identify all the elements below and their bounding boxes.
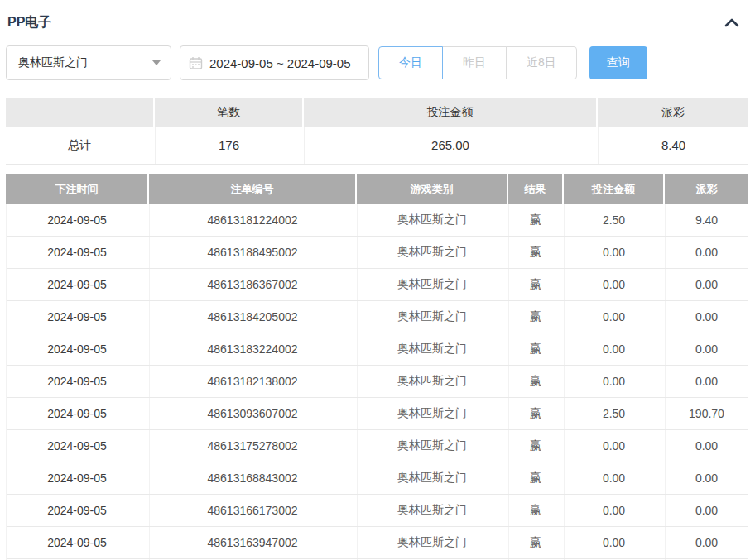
summary-table: 笔数投注金额派彩 总计176265.008.40 [6, 98, 748, 165]
table-header-cell: 派彩 [665, 174, 748, 204]
table-cell: 0.00 [564, 462, 663, 494]
summary-header-row: 笔数投注金额派彩 [6, 98, 748, 127]
table-cell: 0.00 [564, 495, 663, 526]
panel-title: PP电子 [7, 14, 51, 31]
game-select[interactable]: 奥林匹斯之门 [6, 45, 171, 80]
table-header-cell: 下注时间 [6, 174, 147, 204]
table-row: 2024-09-0548613188495002奥林匹斯之门赢0.000.00 [7, 237, 748, 269]
table-cell: 2024-09-05 [7, 269, 147, 300]
summary-cell: 265.00 [304, 127, 596, 164]
table-cell: 9.40 [665, 204, 748, 236]
table-row: 2024-09-0548613175278002奥林匹斯之门赢0.000.00 [7, 430, 748, 462]
table-cell: 赢 [508, 204, 562, 236]
summary-header-cell: 笔数 [155, 98, 302, 127]
table-cell: 赢 [508, 333, 562, 365]
table-row: 2024-09-0548613093607002奥林匹斯之门赢2.50190.7… [7, 398, 748, 430]
table-cell: 0.00 [564, 237, 663, 268]
table-cell: 48613182138002 [149, 366, 355, 397]
summary-cell: 176 [155, 127, 302, 164]
table-header-row: 下注时间注单编号游戏类别结果投注金额派彩 [6, 174, 748, 204]
table-cell: 48613093607002 [149, 398, 355, 429]
table-cell: 2024-09-05 [7, 301, 147, 333]
table-cell: 2024-09-05 [7, 333, 147, 365]
table-cell: 奥林匹斯之门 [357, 527, 507, 558]
table-cell: 2024-09-05 [7, 430, 147, 462]
table-header-cell: 结果 [508, 174, 562, 204]
table-cell: 2024-09-05 [7, 366, 147, 397]
date-range-input[interactable]: 2024-09-05 ~ 2024-09-05 [180, 45, 369, 80]
table-cell: 0.00 [665, 269, 748, 300]
table-cell: 奥林匹斯之门 [357, 301, 507, 333]
table-cell: 190.70 [665, 398, 748, 429]
table-cell: 48613184205002 [149, 301, 355, 333]
table-cell: 赢 [508, 301, 562, 333]
table-cell: 0.00 [564, 269, 663, 300]
table-cell: 0.00 [665, 301, 748, 333]
last-8-days-button[interactable]: 近8日 [506, 46, 577, 79]
table-cell: 0.00 [665, 366, 748, 397]
table-cell: 2.50 [564, 398, 663, 429]
table-cell: 48613188495002 [149, 237, 355, 268]
panel-header: PP电子 [6, 0, 749, 31]
table-header-cell: 注单编号 [149, 174, 355, 204]
table-cell: 2024-09-05 [7, 495, 147, 526]
date-range-value: 2024-09-05 ~ 2024-09-05 [209, 56, 351, 70]
filter-row: 奥林匹斯之门 2024-09-05 ~ 2024-09-05 今日 [6, 45, 749, 80]
table-cell: 赢 [508, 430, 562, 462]
table-header-cell: 游戏类别 [357, 174, 507, 204]
table-row: 2024-09-0548613163947002奥林匹斯之门赢0.000.00 [7, 527, 748, 559]
table-row: 2024-09-0548613183224002奥林匹斯之门赢0.000.00 [7, 333, 748, 366]
caret-down-icon [152, 60, 161, 65]
table-row: 2024-09-0548613168843002奥林匹斯之门赢0.000.00 [7, 462, 748, 495]
table-cell: 奥林匹斯之门 [357, 204, 507, 236]
table-cell: 2024-09-05 [7, 398, 147, 429]
table-cell: 奥林匹斯之门 [357, 366, 507, 397]
table-header-cell: 投注金额 [564, 174, 663, 204]
table-cell: 赢 [508, 462, 562, 494]
table-row: 2024-09-0548613182138002奥林匹斯之门赢0.000.00 [7, 366, 748, 398]
game-select-value: 奥林匹斯之门 [18, 55, 88, 70]
table-cell: 48613168843002 [149, 462, 355, 494]
table-cell: 48613186367002 [149, 269, 355, 300]
chevron-up-icon [724, 17, 739, 27]
bet-records-table: 下注时间注单编号游戏类别结果投注金额派彩 2024-09-05486131812… [6, 174, 748, 560]
collapse-panel-button[interactable] [723, 13, 741, 31]
table-cell: 2024-09-05 [7, 237, 147, 268]
table-cell: 奥林匹斯之门 [357, 269, 507, 300]
summary-header-cell: 派彩 [598, 98, 748, 127]
table-cell: 2024-09-05 [7, 204, 147, 236]
table-cell: 0.00 [665, 237, 748, 268]
summary-header-cell [6, 98, 153, 127]
summary-cell: 总计 [6, 127, 153, 164]
table-cell: 奥林匹斯之门 [357, 430, 507, 462]
table-cell: 奥林匹斯之门 [357, 333, 507, 365]
today-button[interactable]: 今日 [378, 46, 443, 79]
table-cell: 0.00 [665, 462, 748, 494]
table-row: 2024-09-0548613166173002奥林匹斯之门赢0.000.00 [7, 495, 748, 527]
pp-electronic-panel: PP电子 奥林匹斯之门 [0, 0, 755, 560]
summary-cell: 8.40 [598, 127, 748, 164]
table-cell: 0.00 [665, 527, 748, 558]
table-body: 2024-09-0548613181224002奥林匹斯之门赢2.509.402… [6, 204, 748, 560]
table-cell: 奥林匹斯之门 [357, 398, 507, 429]
table-cell: 48613175278002 [149, 430, 355, 462]
table-row: 2024-09-0548613181224002奥林匹斯之门赢2.509.40 [7, 204, 748, 237]
table-cell: 48613163947002 [149, 527, 355, 558]
table-cell: 奥林匹斯之门 [357, 237, 507, 268]
table-cell: 赢 [508, 237, 562, 268]
table-cell: 48613181224002 [149, 204, 355, 236]
table-cell: 0.00 [665, 430, 748, 462]
table-cell: 2024-09-05 [7, 527, 147, 558]
table-cell: 0.00 [665, 495, 748, 526]
search-button[interactable]: 查询 [589, 46, 647, 79]
table-cell: 0.00 [564, 301, 663, 333]
table-cell: 2024-09-05 [7, 462, 147, 494]
table-cell: 2.50 [564, 204, 663, 236]
table-cell: 0.00 [564, 430, 663, 462]
yesterday-button[interactable]: 昨日 [442, 46, 507, 79]
calendar-icon [189, 56, 203, 70]
table-cell: 48613166173002 [149, 495, 355, 526]
table-row: 2024-09-0548613184205002奥林匹斯之门赢0.000.00 [7, 301, 748, 333]
table-cell: 0.00 [564, 366, 663, 397]
table-cell: 0.00 [564, 333, 663, 365]
